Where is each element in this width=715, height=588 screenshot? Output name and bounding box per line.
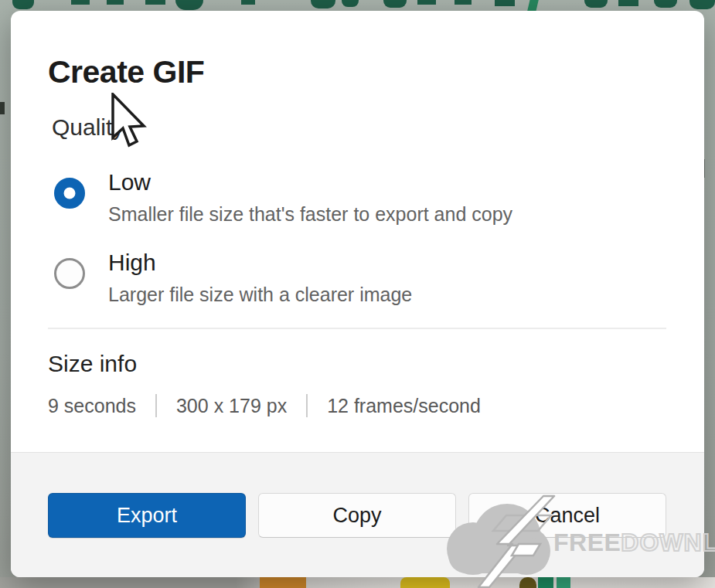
quality-option-high-text: High Larger file size with a clearer ima… xyxy=(108,249,412,306)
background-artifact xyxy=(12,0,34,9)
background-artifact xyxy=(0,102,5,114)
background-artifact xyxy=(107,0,124,5)
background-artifact xyxy=(400,577,450,588)
background-artifact xyxy=(455,0,472,5)
vertical-separator xyxy=(306,394,308,417)
quality-option-high[interactable]: High Larger file size with a clearer ima… xyxy=(54,249,412,306)
cancel-button[interactable]: Cancel xyxy=(468,493,666,538)
export-button[interactable]: Export xyxy=(48,493,246,538)
button-row: Export Copy Cancel xyxy=(48,493,666,538)
background-artifact xyxy=(175,0,203,10)
create-gif-dialog: Create GIF Quality Low Smaller file size… xyxy=(11,11,704,577)
screen: Create GIF Quality Low Smaller file size… xyxy=(0,0,715,588)
quality-option-description: Smaller file size that's faster to expor… xyxy=(108,202,512,226)
background-artifact xyxy=(519,577,536,588)
background-artifact xyxy=(618,0,638,6)
background-bottom-strip xyxy=(0,577,715,588)
background-artifact xyxy=(241,0,255,5)
background-artifact xyxy=(689,0,715,9)
background-artifact xyxy=(311,0,335,8)
quality-option-description: Larger file size with a clearer image xyxy=(108,283,412,306)
background-artifact xyxy=(538,577,553,588)
vertical-separator xyxy=(155,394,157,417)
quality-option-low[interactable]: Low Smaller file size that's faster to e… xyxy=(54,168,512,226)
background-artifact xyxy=(654,0,677,8)
background-artifact xyxy=(71,0,90,5)
quality-option-low-text: Low Smaller file size that's faster to e… xyxy=(108,168,512,226)
background-artifact xyxy=(557,577,570,588)
quality-option-label: High xyxy=(108,249,412,277)
size-info-row: 9 seconds 300 x 179 px 12 frames/second xyxy=(48,394,481,417)
dialog-footer: Export Copy Cancel xyxy=(11,452,704,577)
size-info-frame-rate: 12 frames/second xyxy=(327,395,481,417)
background-artifact xyxy=(417,0,436,5)
background-artifact xyxy=(383,0,407,8)
radio-selected-icon[interactable] xyxy=(54,178,85,209)
size-info-dimensions: 300 x 179 px xyxy=(176,395,287,417)
background-artifact xyxy=(584,0,608,8)
background-artifact xyxy=(260,577,306,588)
quality-option-label: Low xyxy=(108,168,512,196)
radio-unselected-icon[interactable] xyxy=(54,258,85,289)
background-artifact xyxy=(495,0,515,6)
background-artifact xyxy=(145,0,165,5)
section-divider xyxy=(48,328,666,329)
dialog-title: Create GIF xyxy=(48,54,204,90)
copy-button[interactable]: Copy xyxy=(258,493,456,538)
size-info-duration: 9 seconds xyxy=(48,395,136,417)
quality-section-label: Quality xyxy=(52,114,124,141)
size-info-heading: Size info xyxy=(48,351,137,377)
background-artifact xyxy=(342,0,359,7)
